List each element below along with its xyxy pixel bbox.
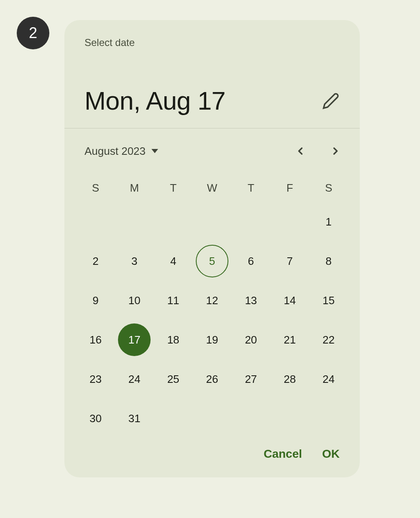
day-number: 3 <box>118 245 151 277</box>
day-cell[interactable]: 3 <box>115 245 154 277</box>
ok-button[interactable]: OK <box>322 447 340 461</box>
day-number: 21 <box>274 323 306 356</box>
day-cell[interactable]: 2 <box>76 245 115 277</box>
day-number: 18 <box>157 323 190 356</box>
day-number: 22 <box>312 323 345 356</box>
day-cell[interactable]: 21 <box>270 323 309 356</box>
day-number: 13 <box>235 284 267 317</box>
month-nav-arrows <box>291 142 345 160</box>
day-cell[interactable]: 14 <box>270 284 309 317</box>
day-number: 1 <box>312 205 345 238</box>
prev-month-button[interactable] <box>291 142 310 160</box>
weekday-header: T <box>154 177 193 199</box>
day-cell[interactable]: 22 <box>309 323 348 356</box>
day-cell[interactable]: 19 <box>193 323 232 356</box>
day-cell[interactable]: 5 <box>193 245 232 277</box>
day-cell-empty <box>76 205 115 238</box>
day-number: 14 <box>274 284 306 317</box>
month-label: August 2023 <box>85 145 146 158</box>
day-cell-empty <box>115 205 154 238</box>
day-cell[interactable]: 24 <box>115 363 154 395</box>
day-number: 16 <box>79 323 112 356</box>
day-cell[interactable]: 25 <box>154 363 193 395</box>
step-badge: 2 <box>17 17 49 49</box>
day-cell[interactable]: 4 <box>154 245 193 277</box>
day-number: 15 <box>312 284 345 317</box>
weekday-header: S <box>76 177 115 199</box>
day-number: 10 <box>118 284 151 317</box>
day-number: 24 <box>118 363 151 395</box>
weekday-header: W <box>193 177 232 199</box>
day-number: 12 <box>196 284 228 317</box>
day-number: 7 <box>274 245 306 277</box>
day-number: 28 <box>274 363 306 395</box>
day-number: 31 <box>118 402 151 435</box>
chevron-down-icon <box>151 149 158 153</box>
dialog-actions: Cancel OK <box>64 435 360 469</box>
day-number: 23 <box>79 363 112 395</box>
day-cell[interactable]: 1 <box>309 205 348 238</box>
day-cell-empty <box>270 205 309 238</box>
day-number: 17 <box>118 323 151 356</box>
day-number: 2 <box>79 245 112 277</box>
day-number: 25 <box>157 363 190 395</box>
day-number: 19 <box>196 323 228 356</box>
day-cell[interactable]: 15 <box>309 284 348 317</box>
day-cell-empty <box>193 205 232 238</box>
step-number: 2 <box>29 24 37 42</box>
day-number: 11 <box>157 284 190 317</box>
day-cell[interactable]: 18 <box>154 323 193 356</box>
day-cell[interactable]: 7 <box>270 245 309 277</box>
day-cell[interactable]: 28 <box>270 363 309 395</box>
day-number: 27 <box>235 363 267 395</box>
day-cell[interactable]: 26 <box>193 363 232 395</box>
date-picker: Select date Mon, Aug 17 August 2023 <box>64 20 360 477</box>
day-number: 8 <box>312 245 345 277</box>
calendar-grid: SMTWTFS123456789101112131415161718192021… <box>64 169 360 435</box>
day-cell[interactable]: 27 <box>231 363 270 395</box>
header-title: Select date <box>85 37 340 49</box>
day-cell[interactable]: 31 <box>115 402 154 435</box>
day-cell[interactable]: 9 <box>76 284 115 317</box>
next-month-button[interactable] <box>326 142 345 160</box>
day-cell[interactable]: 10 <box>115 284 154 317</box>
day-cell[interactable]: 23 <box>76 363 115 395</box>
day-cell[interactable]: 12 <box>193 284 232 317</box>
day-number: 6 <box>235 245 267 277</box>
day-number: 5 <box>196 245 228 277</box>
day-cell-empty <box>154 205 193 238</box>
cancel-button[interactable]: Cancel <box>264 447 302 461</box>
day-cell[interactable]: 8 <box>309 245 348 277</box>
day-cell[interactable]: 6 <box>231 245 270 277</box>
day-number: 20 <box>235 323 267 356</box>
weekday-header: T <box>231 177 270 199</box>
day-cell[interactable]: 30 <box>76 402 115 435</box>
day-number: 26 <box>196 363 228 395</box>
day-number: 30 <box>79 402 112 435</box>
day-cell[interactable]: 17 <box>115 323 154 356</box>
day-cell[interactable]: 16 <box>76 323 115 356</box>
day-number: 24 <box>312 363 345 395</box>
month-selector[interactable]: August 2023 <box>85 145 158 158</box>
day-cell[interactable]: 24 <box>309 363 348 395</box>
month-navigation-row: August 2023 <box>64 128 360 169</box>
edit-icon[interactable] <box>322 92 340 110</box>
header-row: Mon, Aug 17 <box>85 86 340 115</box>
selected-date-display: Mon, Aug 17 <box>85 86 225 115</box>
date-picker-header: Select date Mon, Aug 17 <box>64 20 360 128</box>
weekday-header: S <box>309 177 348 199</box>
day-cell[interactable]: 20 <box>231 323 270 356</box>
weekday-header: M <box>115 177 154 199</box>
day-cell[interactable]: 13 <box>231 284 270 317</box>
day-cell-empty <box>231 205 270 238</box>
day-number: 9 <box>79 284 112 317</box>
day-cell[interactable]: 11 <box>154 284 193 317</box>
day-number: 4 <box>157 245 190 277</box>
weekday-header: F <box>270 177 309 199</box>
